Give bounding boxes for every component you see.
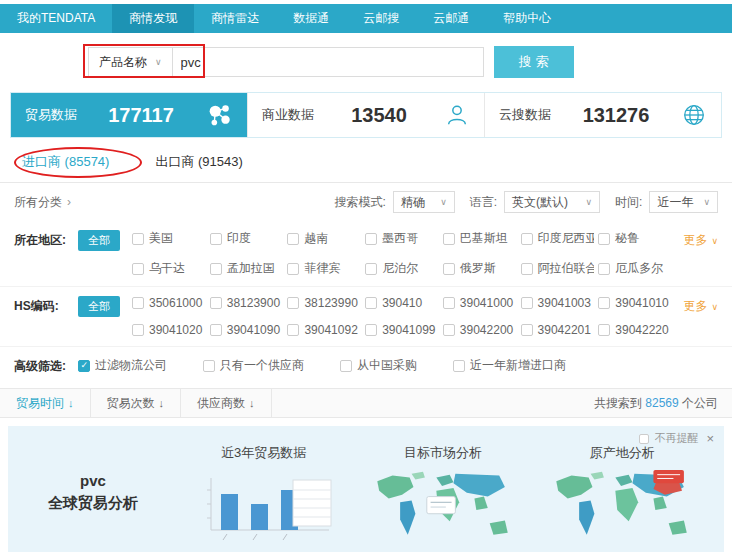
tab-importers[interactable]: 进口商 (85574) [22,153,109,171]
region-checkbox[interactable]: 孟加拉国 [210,260,284,277]
checkbox-label: 孟加拉国 [227,260,275,277]
region-checkbox-grid: 美国 印度 越南 墨西哥 巴基斯坦 印度尼西亚 秘鲁 乌干达 孟加拉国 菲律宾 … [132,230,672,277]
checkbox-icon [210,263,222,275]
checkbox-icon [287,233,299,245]
hscode-filter-label: HS编码: [14,296,78,315]
advanced-checkbox-single-supplier[interactable]: 只有一个供应商 [203,357,304,374]
sort-desc-icon: ↓ [159,397,165,409]
hscode-more-link[interactable]: 更多 ∨ [672,296,718,315]
filter-row-hscode: HS编码: 全部 35061000 38123900 38123990 3904… [0,286,732,346]
region-checkbox[interactable]: 乌干达 [132,260,206,277]
advanced-checkbox-buy-from-china[interactable]: 从中国采购 [340,357,417,374]
checkbox-icon [521,297,533,309]
region-filter-label: 所在地区: [14,230,78,249]
globe-icon [681,102,707,128]
checkbox-label: 从中国采购 [357,357,417,374]
advanced-checkbox-new-importers[interactable]: 近一年新增进口商 [453,357,566,374]
hscode-checkbox[interactable]: 39041092 [287,323,361,337]
search-mode-select[interactable]: 精确 ∨ [393,191,455,213]
dismiss-checkbox[interactable] [639,434,649,444]
region-checkbox[interactable]: 墨西哥 [365,230,439,247]
hscode-checkbox[interactable]: 39042200 [443,323,517,337]
region-checkbox[interactable]: 菲律宾 [287,260,361,277]
close-icon[interactable]: × [706,431,714,446]
region-checkbox[interactable]: 印度 [210,230,284,247]
hscode-checkbox[interactable]: 39041000 [443,296,517,310]
hscode-checkbox[interactable]: 39041020 [132,323,206,337]
hscode-checkbox[interactable]: 39042201 [521,323,595,337]
language-select[interactable]: 英文(默认) ∨ [504,191,600,213]
checkbox-label: 乌干达 [149,260,185,277]
stat-cloud-search-data[interactable]: 云搜数据 131276 [484,93,721,137]
tab-exporters[interactable]: 出口商 (91543) [155,153,242,171]
checkbox-label: 过滤物流公司 [95,357,167,374]
nav-item-cloud-mail-tong[interactable]: 云邮通 [416,4,486,33]
region-checkbox[interactable]: 厄瓜多尔 [598,260,672,277]
promo-banner: 不再提醒 × pvc 全球贸易分析 近3年贸易数据 [8,426,724,552]
region-checkbox[interactable]: 美国 [132,230,206,247]
search-input[interactable] [172,47,484,77]
hscode-checkbox[interactable]: 38123900 [210,296,284,310]
stat-business-data[interactable]: 商业数据 13540 [247,93,484,137]
region-more-link[interactable]: 更多 ∨ [672,230,718,249]
search-button[interactable]: 搜 索 [494,46,574,78]
checkbox-icon [210,324,222,336]
hscode-checkbox[interactable]: 39041099 [365,323,439,337]
checkbox-label: 39041010 [615,296,668,310]
advanced-checkbox-filter-logistics[interactable]: 过滤物流公司 [78,357,167,374]
time-select[interactable]: 近一年 ∨ [649,191,718,213]
region-checkbox[interactable]: 阿拉伯联合... [521,260,595,277]
top-nav: 我的TENDATA 商情发现 商情雷达 数据通 云邮搜 云邮通 帮助中心 [0,4,732,33]
region-checkbox[interactable]: 俄罗斯 [443,260,517,277]
card-target-market[interactable]: 目标市场分析 [353,444,532,552]
chevron-down-icon: ∨ [711,302,718,312]
filter-toolbar: 所有分类 › 搜索模式: 精确 ∨ 语言: 英文(默认) ∨ 时间: 近一年 ∨ [0,183,732,221]
checkbox-icon [340,360,352,372]
result-prefix: 共搜索到 [594,396,645,410]
sort-trade-count[interactable]: 贸易次数 ↓ [91,389,182,417]
nav-item-data-tong[interactable]: 数据通 [276,4,346,33]
hscode-checkbox[interactable]: 35061000 [132,296,206,310]
card-trade-3yr[interactable]: 近3年贸易数据 [174,444,353,552]
nav-item-cloud-mail-search[interactable]: 云邮搜 [346,4,416,33]
hscode-checkbox[interactable]: 38123990 [287,296,361,310]
chevron-right-icon: › [67,195,71,209]
checkbox-label: 巴基斯坦 [460,230,508,247]
sort-supplier-count[interactable]: 供应商数 ↓ [181,389,272,417]
hscode-checkbox[interactable]: 39041090 [210,323,284,337]
region-checkbox[interactable]: 印度尼西亚 [521,230,595,247]
stats-bar: 贸易数据 177117 商业数据 13540 [10,92,722,138]
checkbox-label: 39042200 [460,323,513,337]
hscode-checkbox[interactable]: 390410 [365,296,439,310]
region-checkbox[interactable]: 巴基斯坦 [443,230,517,247]
person-icon [444,102,470,128]
region-checkbox[interactable]: 尼泊尔 [365,260,439,277]
stat-label: 贸易数据 [25,106,77,124]
card-origin-analysis[interactable]: 原产地分析 [533,444,712,552]
nav-item-business-discovery[interactable]: 商情发现 [112,4,194,33]
all-categories-link[interactable]: 所有分类 › [14,194,71,211]
nav-item-help-center[interactable]: 帮助中心 [486,4,568,33]
region-checkbox[interactable]: 越南 [287,230,361,247]
nav-item-business-radar[interactable]: 商情雷达 [194,4,276,33]
checkbox-label: 390410 [382,296,422,310]
region-checkbox[interactable]: 秘鲁 [598,230,672,247]
language-value: 英文(默认) [512,194,568,211]
search-category-dropdown[interactable]: 产品名称 ∨ [88,47,172,77]
stat-value: 13540 [351,104,407,127]
checkbox-icon [521,233,533,245]
hscode-checkbox[interactable]: 39041003 [521,296,595,310]
checkbox-label: 阿拉伯联合... [538,260,595,277]
hscode-checkbox[interactable]: 39041010 [598,296,672,310]
hscode-checkbox[interactable]: 39042220 [598,323,672,337]
nav-item-my-tendata[interactable]: 我的TENDATA [0,4,112,33]
hscode-all-button[interactable]: 全部 [78,296,120,317]
region-all-button[interactable]: 全部 [78,230,120,251]
chevron-down-icon: ∨ [703,197,710,207]
checkbox-label: 38123990 [304,296,357,310]
checkbox-label: 39042201 [538,323,591,337]
stat-trade-data[interactable]: 贸易数据 177117 [11,93,247,137]
checkbox-label: 秘鲁 [615,230,639,247]
checkbox-label: 35061000 [149,296,202,310]
sort-trade-time[interactable]: 贸易时间 ↓ [0,389,91,417]
